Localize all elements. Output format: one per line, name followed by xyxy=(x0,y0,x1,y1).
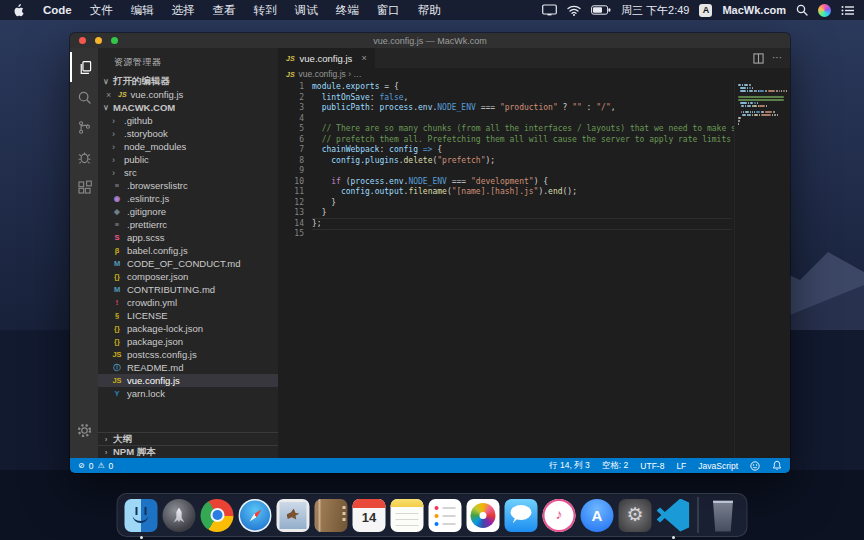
tree-file-composer.json[interactable]: {}composer.json xyxy=(98,270,278,283)
tree-file-.prettierrc[interactable]: ≡.prettierrc xyxy=(98,218,278,231)
minimize-window-button[interactable] xyxy=(95,37,102,44)
code-line-4[interactable] xyxy=(312,114,732,125)
manage-gear-icon[interactable] xyxy=(70,416,98,444)
code-line-13[interactable]: } xyxy=(312,208,732,219)
tree-file-.browserslistrc[interactable]: ≡.browserslistrc xyxy=(98,179,278,192)
dock-sysprefs-icon[interactable] xyxy=(619,499,652,532)
code-line-1[interactable]: module.exports = { xyxy=(312,82,732,93)
errors-icon[interactable]: ⊘ xyxy=(78,461,85,470)
code-line-5[interactable]: // There are so many chunks (from all th… xyxy=(312,124,732,135)
dock-itunes-icon[interactable] xyxy=(543,499,576,532)
tab-close-icon[interactable]: × xyxy=(361,53,366,63)
open-editors-header[interactable]: ∨ 打开的编辑器 xyxy=(98,75,278,88)
close-icon[interactable]: × xyxy=(106,90,114,100)
tree-file-vue.config.js[interactable]: JSvue.config.js xyxy=(98,374,278,387)
tree-file-app.scss[interactable]: Sapp.scss xyxy=(98,231,278,244)
notifications-bell-icon[interactable] xyxy=(772,460,782,471)
code-line-10[interactable]: if (process.env.NODE_ENV === "developmen… xyxy=(312,177,732,188)
source-control-icon[interactable] xyxy=(70,112,98,142)
siri-icon[interactable] xyxy=(818,4,831,17)
explorer-icon[interactable] xyxy=(70,52,98,82)
dock-messages-icon[interactable] xyxy=(505,499,538,532)
warnings-count[interactable]: 0 xyxy=(109,461,114,471)
feedback-smiley-icon[interactable] xyxy=(750,461,760,471)
dock-launchpad-icon[interactable] xyxy=(163,499,196,532)
search-icon[interactable] xyxy=(70,82,98,112)
dock-reminders-icon[interactable] xyxy=(429,499,462,532)
battery-icon[interactable] xyxy=(591,5,611,15)
code-line-12[interactable]: } xyxy=(312,198,732,209)
status-item[interactable]: LF xyxy=(676,461,686,471)
menu-item[interactable]: 编辑 xyxy=(122,4,163,16)
dock-chrome-icon[interactable] xyxy=(201,499,234,532)
dock-trash-icon[interactable] xyxy=(707,499,740,532)
tree-folder-.storybook[interactable]: ›.storybook xyxy=(98,127,278,140)
dock-calendar-icon[interactable]: 14 xyxy=(353,499,386,532)
status-item[interactable]: 行 14, 列 3 xyxy=(549,460,590,472)
code-line-8[interactable]: config.plugins.delete("prefetch"); xyxy=(312,156,732,167)
notification-center-icon[interactable] xyxy=(841,5,854,16)
menu-item[interactable]: 选择 xyxy=(163,4,204,16)
code-line-2[interactable]: lintOnSave: false, xyxy=(312,93,732,104)
dock-safari-icon[interactable] xyxy=(239,499,272,532)
menu-item[interactable]: 查看 xyxy=(204,4,245,16)
extensions-icon[interactable] xyxy=(70,172,98,202)
wifi-icon[interactable] xyxy=(567,5,581,16)
status-item[interactable]: 空格: 2 xyxy=(602,460,628,472)
code-line-9[interactable] xyxy=(312,166,732,177)
menu-item[interactable]: 帮助 xyxy=(409,4,450,16)
menu-item[interactable]: 终端 xyxy=(327,4,368,16)
code-line-11[interactable]: config.output.filename("[name].[hash].js… xyxy=(312,187,732,198)
tree-folder-public[interactable]: ›public xyxy=(98,153,278,166)
open-editor-item[interactable]: × JS vue.config.js xyxy=(98,88,278,101)
code-editor[interactable]: 123456789101112131415 module.exports = {… xyxy=(278,80,790,458)
close-window-button[interactable] xyxy=(79,37,86,44)
tree-file-crowdin.yml[interactable]: !crowdin.yml xyxy=(98,296,278,309)
tree-file-CODE_OF_CONDUCT.md[interactable]: MCODE_OF_CONDUCT.md xyxy=(98,257,278,270)
debug-icon[interactable] xyxy=(70,142,98,172)
dock-mail-icon[interactable] xyxy=(277,499,310,532)
tree-file-README.md[interactable]: ⓘREADME.md xyxy=(98,361,278,374)
more-actions-icon[interactable]: ··· xyxy=(772,55,782,61)
tree-folder-node_modules[interactable]: ›node_modules xyxy=(98,140,278,153)
input-method-icon[interactable]: A xyxy=(699,4,712,17)
code-line-7[interactable]: chainWebpack: config => { xyxy=(312,145,732,156)
spotlight-search-icon[interactable] xyxy=(796,4,808,16)
tree-file-LICENSE[interactable]: §LICENSE xyxy=(98,309,278,322)
tree-file-yarn.lock[interactable]: Yyarn.lock xyxy=(98,387,278,400)
tree-file-.eslintrc.js[interactable]: ◉.eslintrc.js xyxy=(98,192,278,205)
menu-item[interactable]: 调试 xyxy=(286,4,327,16)
tree-file-postcss.config.js[interactable]: JSpostcss.config.js xyxy=(98,348,278,361)
menu-item[interactable]: 窗口 xyxy=(368,4,409,16)
code-line-3[interactable]: publicPath: process.env.NODE_ENV === "pr… xyxy=(312,103,732,114)
tree-file-babel.config.js[interactable]: βbabel.config.js xyxy=(98,244,278,257)
tree-file-.gitignore[interactable]: ◆.gitignore xyxy=(98,205,278,218)
tree-folder-.github[interactable]: ›.github xyxy=(98,114,278,127)
display-icon[interactable] xyxy=(542,4,557,16)
status-item[interactable]: JavaScript xyxy=(698,461,738,471)
tree-folder-src[interactable]: ›src xyxy=(98,166,278,179)
tree-file-CONTRIBUTING.md[interactable]: MCONTRIBUTING.md xyxy=(98,283,278,296)
code-line-15[interactable] xyxy=(312,229,732,240)
code-line-6[interactable]: // prefetch them all. Prefetching them a… xyxy=(312,135,732,146)
warnings-icon[interactable]: ⚠ xyxy=(97,461,104,470)
dock-notes-icon[interactable] xyxy=(391,499,424,532)
window-title-bar[interactable]: vue.config.js — MacWk.com xyxy=(70,33,790,48)
tree-file-package-lock.json[interactable]: {}package-lock.json xyxy=(98,322,278,335)
dock-finder-icon[interactable] xyxy=(125,499,158,532)
zoom-window-button[interactable] xyxy=(111,37,118,44)
code-line-14[interactable]: }; xyxy=(312,219,732,230)
menubar-account-label[interactable]: MacWk.com xyxy=(722,4,786,16)
menu-item[interactable]: 文件 xyxy=(81,4,122,16)
menu-item[interactable]: 转到 xyxy=(245,4,286,16)
sidebar-section-大纲[interactable]: ›大纲 xyxy=(98,432,278,445)
split-editor-icon[interactable] xyxy=(753,53,764,64)
tree-file-package.json[interactable]: {}package.json xyxy=(98,335,278,348)
breadcrumb[interactable]: JS vue.config.js › … xyxy=(278,68,790,80)
dock-contacts-icon[interactable] xyxy=(315,499,348,532)
sidebar-section-NPM 脚本[interactable]: ›NPM 脚本 xyxy=(98,445,278,458)
menubar-clock[interactable]: 周三 下午2:49 xyxy=(621,3,689,18)
apple-menu-icon[interactable] xyxy=(12,4,24,17)
tab-vue-config[interactable]: JS vue.config.js × xyxy=(278,48,375,68)
menu-app-name[interactable]: Code xyxy=(34,4,81,16)
